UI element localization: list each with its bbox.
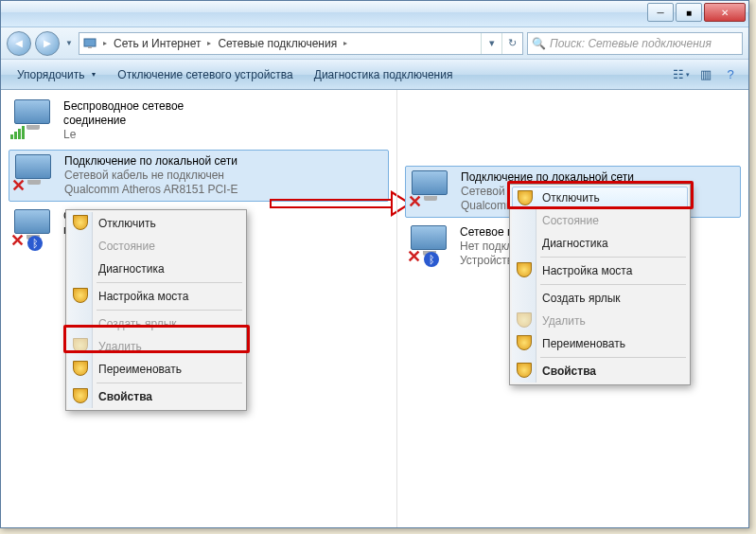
shield-icon [518, 190, 533, 205]
menu-separator [540, 284, 686, 285]
menu-diagnose[interactable]: Диагностика [68, 258, 244, 280]
shield-icon [73, 338, 88, 353]
titlebar[interactable]: ─ ■ ✕ [1, 1, 748, 27]
chevron-right-icon: ▸ [341, 39, 350, 47]
chevron-right-icon: ▸ [100, 39, 110, 47]
right-pane: ✕ Подключение по локальной сети Сетевой … [396, 90, 748, 527]
left-pane: Беспроводное сетевое соединение Le ✕ Под… [1, 90, 396, 527]
menu-rename[interactable]: Переименовать [512, 332, 688, 355]
menu-properties[interactable]: Свойства [68, 385, 244, 408]
svg-rect-0 [84, 39, 96, 46]
shield-icon [517, 363, 532, 378]
shield-icon [73, 288, 88, 303]
menu-shortcut[interactable]: Создать ярлык [512, 287, 688, 310]
menu-status: Состояние [512, 209, 688, 232]
connection-title: Сетевое п [460, 225, 513, 240]
diagnose-button[interactable]: Диагностика подключения [306, 63, 462, 86]
tutorial-arrow-icon [270, 192, 412, 215]
close-button[interactable]: ✕ [704, 3, 746, 22]
refresh-button[interactable]: ↻ [501, 33, 522, 54]
addressbar[interactable]: ▸ Сеть и Интернет ▸ Сетевые подключения … [79, 32, 523, 55]
bluetooth-adapter-icon: ✕ ᛒ [407, 225, 452, 265]
wifi-adapter-icon [10, 99, 56, 139]
menu-disable[interactable]: Отключить [68, 212, 244, 235]
breadcrumb-segment[interactable]: Сеть и Интернет [110, 37, 204, 50]
toolbar: Упорядочить▼ Отключение сетевого устройс… [1, 60, 748, 90]
minimize-button[interactable]: ─ [647, 3, 674, 22]
back-button[interactable]: ◄ [7, 31, 31, 56]
chevron-right-icon: ▸ [204, 39, 214, 47]
connection-title: Подключение по локальной сети [461, 170, 634, 185]
menu-diagnose[interactable]: Диагностика [512, 232, 688, 255]
navbar: ◄ ► ▼ ▸ Сеть и Интернет ▸ Сетевые подклю… [1, 27, 748, 60]
shield-icon [517, 335, 532, 350]
search-icon: 🔍 [532, 37, 546, 50]
lan-adapter-icon: ✕ [11, 154, 57, 194]
connection-subtitle: Нет подкл [460, 240, 513, 254]
disable-device-button[interactable]: Отключение сетевого устройства [109, 63, 301, 86]
menu-properties[interactable]: Свойства [512, 360, 688, 383]
organize-button[interactable]: Упорядочить▼ [9, 63, 105, 86]
connection-title: Подключение по локальной сети [64, 154, 237, 169]
svg-rect-1 [88, 46, 92, 48]
breadcrumb-segment[interactable]: Сетевые подключения [214, 37, 341, 50]
menu-separator [540, 257, 686, 258]
content-area: Беспроводное сетевое соединение Le ✕ Под… [1, 90, 748, 527]
connection-wifi[interactable]: Беспроводное сетевое соединение Le [1, 94, 396, 148]
menu-separator [97, 383, 242, 383]
preview-pane-icon[interactable]: ▥ [695, 64, 716, 85]
menu-bridge[interactable]: Настройка моста [68, 285, 244, 308]
connection-subtitle: Qualcomm Atheros AR8151 PCI-E [64, 183, 237, 197]
forward-button[interactable]: ► [35, 31, 60, 56]
history-dropdown[interactable]: ▼ [63, 33, 75, 54]
menu-separator [97, 310, 242, 311]
shield-icon [517, 312, 532, 328]
menu-delete: Удалить [512, 310, 688, 332]
bluetooth-adapter-icon: ✕ ᛒ [10, 209, 56, 249]
connection-subtitle: Le [63, 128, 184, 142]
view-change-icon[interactable]: ☷▾ [671, 64, 692, 85]
menu-shortcut: Создать ярлык [68, 312, 244, 335]
menu-separator [97, 282, 242, 283]
shield-icon [73, 215, 88, 230]
search-placeholder: Поиск: Сетевые подключения [550, 37, 712, 50]
help-icon[interactable]: ? [720, 64, 741, 85]
connection-subtitle: Сетевой кабель не подключен [64, 169, 237, 183]
shield-icon [73, 361, 88, 376]
explorer-window: ─ ■ ✕ ◄ ► ▼ ▸ Сеть и Интернет ▸ Сетевые … [0, 0, 749, 528]
context-menu: Отключить Состояние Диагностика Настройк… [65, 209, 247, 411]
maximize-button[interactable]: ■ [676, 3, 702, 22]
menu-disable[interactable]: Отключить [512, 187, 688, 209]
menu-bridge[interactable]: Настройка моста [512, 259, 688, 282]
context-menu: Отключить Состояние Диагностика Настройк… [509, 184, 691, 385]
menu-status: Состояние [68, 235, 244, 258]
addressbar-dropdown[interactable]: ▾ [481, 33, 501, 54]
menu-delete: Удалить [68, 335, 244, 358]
lan-adapter-icon: ✕ [408, 170, 453, 210]
network-icon [79, 33, 100, 54]
menu-rename[interactable]: Переименовать [68, 358, 244, 381]
shield-icon [73, 388, 88, 403]
connection-title: Беспроводное сетевое [63, 99, 184, 114]
search-input[interactable]: 🔍 Поиск: Сетевые подключения [527, 32, 743, 55]
shield-icon [517, 262, 532, 277]
menu-separator [540, 357, 686, 358]
connection-subtitle: Устройств [460, 254, 513, 268]
connection-title: соединение [63, 114, 184, 128]
